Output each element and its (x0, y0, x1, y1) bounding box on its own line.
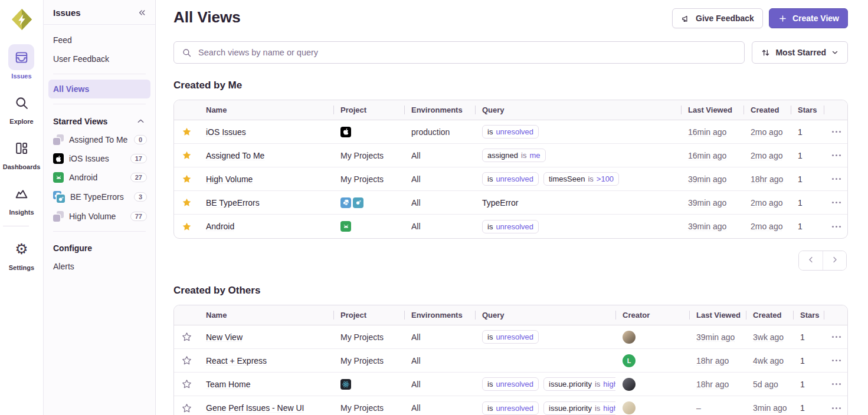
view-name-link[interactable]: New View (206, 332, 243, 342)
page-title: All Views (173, 8, 241, 27)
starred-view-high-volume[interactable]: High Volume 77 (44, 207, 155, 226)
row-menu-button[interactable] (828, 381, 844, 387)
star-toggle[interactable] (174, 174, 199, 184)
main-content: All Views Give Feedback Create View Most (156, 0, 868, 415)
view-name-link[interactable]: BE TypeErrors (206, 198, 260, 208)
row-menu-button[interactable] (828, 152, 844, 159)
column-header-query: Query (475, 305, 615, 325)
view-name-link[interactable]: High Volume (206, 174, 253, 184)
table-row: New View My Projects All isunresolved 39… (174, 325, 847, 349)
rail-item-dashboards[interactable]: Dashboards (3, 135, 41, 170)
row-menu-button[interactable] (828, 129, 844, 135)
view-name-link[interactable]: Assigned To Me (206, 151, 264, 160)
star-toggle[interactable] (174, 197, 199, 208)
row-menu-button[interactable] (828, 223, 844, 230)
rail-item-label: Insights (9, 209, 34, 216)
row-menu-button[interactable] (828, 334, 844, 340)
environments-value: All (404, 174, 475, 184)
chevron-up-icon[interactable] (136, 116, 146, 126)
environments-value: All (404, 403, 475, 413)
stars-count: 1 (791, 222, 824, 231)
timestamp: 18hr ago (696, 380, 729, 389)
table-header-row: NameProjectEnvironmentsQueryCreatorLast … (174, 305, 847, 325)
divider (53, 231, 146, 232)
starred-view-label: High Volume (69, 212, 125, 221)
rail-item-settings[interactable]: ⚙ Settings (3, 236, 41, 271)
environments-value: All (404, 151, 475, 160)
count-badge: 77 (130, 212, 147, 221)
query-chip: isunresolved (482, 125, 539, 139)
query-chip: isunresolved (482, 220, 539, 233)
project-icon-apple (53, 153, 64, 164)
row-menu-button[interactable] (828, 357, 844, 364)
column-header-query: Query (475, 100, 681, 120)
star-toggle[interactable] (174, 127, 199, 137)
table-row: Android All isunresolved 39min ago 2mo a… (174, 215, 847, 238)
starred-view-be-typeerrors[interactable]: BE TypeErrors 3 (44, 187, 155, 207)
project-icon-android (340, 221, 351, 232)
rail-item-label: Issues (11, 73, 31, 80)
view-name-link[interactable]: Gene Perf Issues - New UI (206, 403, 304, 413)
stars-count: 1 (791, 198, 824, 208)
star-toggle[interactable] (174, 150, 199, 160)
rail-item-insights[interactable]: Insights (3, 180, 41, 216)
timestamp: 2mo ago (751, 151, 782, 160)
project-icon-python (340, 197, 351, 208)
created-by-others-table: NameProjectEnvironmentsQueryCreatorLast … (173, 305, 848, 415)
rail-item-issues[interactable]: Issues (3, 44, 41, 80)
starred-view-android[interactable]: Android 27 (44, 168, 155, 187)
give-feedback-label: Give Feedback (696, 14, 754, 23)
explore-icon (8, 90, 34, 116)
column-header-stars: Stars (793, 305, 824, 325)
project-icon-android (53, 172, 64, 183)
rail-item-explore[interactable]: Explore (3, 90, 41, 125)
sidebar-item-all-views[interactable]: All Views (48, 80, 150, 98)
timestamp: 39min ago (696, 332, 735, 342)
timestamp: 39min ago (688, 198, 726, 208)
created-by-me-section: Created by Me NameProjectEnvironmentsQue… (173, 80, 848, 271)
view-name-link[interactable]: React + Express (206, 356, 267, 365)
environments-value: production (404, 127, 475, 137)
previous-page-button[interactable] (799, 251, 823, 270)
star-toggle[interactable] (174, 403, 199, 413)
created-by-me-heading: Created by Me (173, 80, 848, 91)
row-menu-button[interactable] (828, 176, 844, 182)
star-toggle[interactable] (174, 379, 199, 389)
give-feedback-button[interactable]: Give Feedback (672, 8, 763, 28)
query-chip: isunresolved (482, 172, 539, 186)
megaphone-icon (681, 14, 691, 24)
timestamp: 18hr ago (751, 174, 783, 184)
table-row: Gene Perf Issues - New UI My Projects Al… (174, 396, 847, 415)
settings-icon: ⚙ (8, 236, 34, 262)
environments-value: All (404, 356, 475, 365)
starred-view-label: BE TypeErrors (70, 192, 129, 202)
query-chip: isunresolved (482, 377, 539, 391)
project-icon-seal (353, 197, 363, 208)
row-menu-button[interactable] (828, 405, 844, 411)
view-name-link[interactable]: iOS Issues (206, 127, 246, 137)
sentry-logo[interactable] (9, 6, 35, 32)
stars-count: 1 (793, 332, 824, 342)
creator-avatar (623, 378, 636, 391)
search-input[interactable] (197, 47, 736, 58)
next-page-button[interactable] (823, 251, 846, 270)
project-icon-apple (53, 153, 64, 164)
sidebar-item-feed[interactable]: Feed (44, 31, 155, 50)
create-view-button[interactable]: Create View (769, 8, 848, 28)
table-row: High Volume My Projects All isunresolved… (174, 167, 847, 191)
starred-view-assigned-to-me[interactable]: Assigned To Me 0 (44, 130, 155, 149)
starred-view-ios-issues[interactable]: iOS Issues 17 (44, 149, 155, 168)
view-name-link[interactable]: Android (206, 222, 234, 231)
view-name-link[interactable]: Team Home (206, 380, 250, 389)
star-toggle[interactable] (174, 332, 199, 342)
star-toggle[interactable] (174, 355, 199, 365)
stars-count: 1 (791, 174, 824, 184)
star-toggle[interactable] (174, 222, 199, 232)
row-menu-button[interactable] (828, 199, 844, 206)
stars-count: 1 (793, 403, 824, 413)
sort-dropdown[interactable]: Most Starred (752, 41, 848, 64)
project-name: My Projects (340, 332, 384, 342)
sidebar-collapse-button[interactable] (137, 8, 147, 18)
sidebar-item-alerts[interactable]: Alerts (44, 257, 155, 276)
sidebar-item-user-feedback[interactable]: User Feedback (44, 50, 155, 68)
